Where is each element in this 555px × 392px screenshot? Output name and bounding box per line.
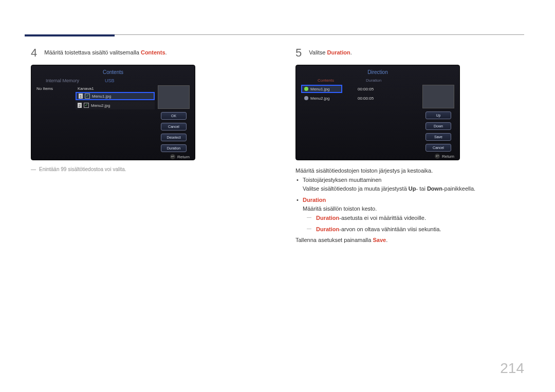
file-index: 2 bbox=[78, 103, 82, 108]
left-list: No Items bbox=[36, 85, 72, 152]
dash-key: Duration bbox=[316, 215, 339, 221]
preview-thumbnail bbox=[422, 85, 454, 108]
file-item-1[interactable]: 1 ✓ Menu1.jpg bbox=[76, 92, 155, 100]
file-name: Menu1.jpg bbox=[92, 94, 111, 99]
tab-contents[interactable]: Contents bbox=[301, 78, 350, 83]
bullet-order: Toistojärjestyksen muuttaminen Valitse s… bbox=[303, 176, 524, 194]
bullet-end: -painikkeella. bbox=[442, 185, 475, 192]
dash-rest: -arvon on oltava vähintään viisi sekunti… bbox=[339, 226, 441, 232]
status-dot-icon bbox=[304, 87, 308, 91]
save-keyword: Save bbox=[373, 237, 386, 243]
step5-text: Valitse Duration. bbox=[309, 47, 352, 55]
device-body: Menu1.jpg 00:00:05 Menu2.jpg 00:00:05 bbox=[301, 85, 454, 152]
dash-note-1: Duration-asetusta ei voi määrittää video… bbox=[316, 214, 524, 223]
tab-usb[interactable]: USB bbox=[105, 78, 115, 83]
step5-para1: Määritä sisältötiedostojen toiston järje… bbox=[295, 166, 524, 176]
file-name: Menu2.jpg bbox=[310, 96, 329, 101]
up-keyword: Up bbox=[409, 185, 416, 192]
step5-column: 5 Valitse Duration. Direction Contents D… bbox=[295, 47, 524, 245]
duration-button[interactable]: Duration bbox=[161, 144, 187, 152]
cancel-button[interactable]: Cancel bbox=[161, 123, 187, 130]
device-title: Contents bbox=[36, 69, 190, 75]
return-icon[interactable]: ↩ bbox=[170, 154, 175, 159]
step5-text-before: Valitse bbox=[309, 49, 327, 55]
up-button[interactable]: Up bbox=[425, 111, 451, 119]
duration-value: 00:00:05 bbox=[342, 96, 374, 101]
bullet-title: Toistojärjestyksen muuttaminen bbox=[303, 177, 381, 183]
step4-number: 4 bbox=[31, 47, 37, 59]
file-list: Kanava1 1 ✓ Menu1.jpg 2 ✓ Menu2.jpg bbox=[76, 85, 155, 152]
file-index: 1 bbox=[79, 94, 83, 99]
step4-text-after: . bbox=[165, 49, 167, 55]
button-column: Up Down Save Cancel bbox=[422, 85, 454, 152]
step4-keyword: Contents bbox=[141, 49, 165, 55]
step5-body: Määritä sisältötiedostojen toiston järje… bbox=[295, 166, 524, 245]
device-screenshot-contents: Contents Internal Memory USB No Items Ka… bbox=[31, 65, 195, 160]
duration-desc: Määritä sisällön toiston kesto. bbox=[303, 206, 377, 212]
return-label[interactable]: Return bbox=[442, 154, 454, 159]
file-item-2[interactable]: 2 ✓ Menu2.jpg bbox=[76, 101, 155, 109]
step4-column: 4 Määritä toistettava sisältö valitsemal… bbox=[31, 47, 260, 245]
down-button[interactable]: Down bbox=[425, 122, 451, 130]
device-tabs: Contents Duration bbox=[301, 78, 454, 83]
device-screenshot-direction: Direction Contents Duration Menu1.jpg 00… bbox=[295, 65, 460, 160]
status-dot-icon bbox=[304, 96, 308, 100]
channel-header: Kanava1 bbox=[76, 85, 155, 92]
duration-list: Menu1.jpg 00:00:05 Menu2.jpg 00:00:05 bbox=[301, 85, 419, 152]
duration-title: Duration bbox=[303, 197, 326, 203]
step4-text-before: Määritä toistettava sisältö valitsemalla bbox=[44, 49, 141, 55]
file-name: Menu1.jpg bbox=[310, 87, 329, 91]
duration-row-2[interactable]: Menu2.jpg 00:00:05 bbox=[301, 94, 419, 102]
deselect-button[interactable]: Deselect bbox=[161, 134, 187, 141]
dash-note-2: Duration-arvon on oltava vähintään viisi… bbox=[316, 225, 524, 234]
device-title: Direction bbox=[301, 69, 454, 75]
bullet-duration: Duration Määritä sisällön toiston kesto.… bbox=[303, 196, 524, 234]
step5-number: 5 bbox=[295, 47, 302, 59]
tab-internal-memory[interactable]: Internal Memory bbox=[46, 78, 79, 83]
button-column: OK Cancel Deselect Duration bbox=[158, 85, 190, 152]
return-row: ↩ Return bbox=[36, 152, 190, 159]
content-columns: 4 Määritä toistettava sisältö valitsemal… bbox=[31, 47, 524, 245]
note-text: Enintään 99 sisältötiedostoa voi valita. bbox=[39, 166, 126, 172]
file-name: Menu2.jpg bbox=[91, 103, 110, 108]
bullet-mid: - tai bbox=[416, 185, 427, 192]
step5-keyword: Duration bbox=[327, 49, 350, 55]
duration-row-1[interactable]: Menu1.jpg 00:00:05 bbox=[301, 85, 419, 93]
header-underline bbox=[25, 34, 115, 36]
tab-duration[interactable]: Duration bbox=[350, 78, 454, 83]
step4-text: Määritä toistettava sisältö valitsemalla… bbox=[44, 47, 166, 55]
return-row: ↩ Return bbox=[301, 152, 454, 159]
page-number: 214 bbox=[500, 360, 524, 377]
return-icon[interactable]: ↩ bbox=[435, 154, 440, 159]
duration-value: 00:00:05 bbox=[342, 87, 374, 91]
device-tabs: Internal Memory USB bbox=[36, 78, 190, 83]
duration-notes: Duration-asetusta ei voi määrittää video… bbox=[303, 214, 524, 234]
bullet-line-a: Valitse sisältötiedosto ja muuta järjest… bbox=[303, 185, 409, 192]
save-button[interactable]: Save bbox=[425, 133, 451, 141]
step4-header: 4 Määritä toistettava sisältö valitsemal… bbox=[31, 47, 260, 59]
step5-header: 5 Valitse Duration. bbox=[295, 47, 524, 59]
dash-icon: ― bbox=[31, 166, 36, 172]
step5-bullets: Toistojärjestyksen muuttaminen Valitse s… bbox=[295, 176, 524, 234]
step4-note: ― Enintään 99 sisältötiedostoa voi valit… bbox=[31, 166, 260, 172]
para2-a: Tallenna asetukset painamalla bbox=[295, 237, 373, 243]
dash-key: Duration bbox=[316, 226, 339, 232]
checkbox-icon[interactable]: ✓ bbox=[84, 103, 89, 108]
ok-button[interactable]: OK bbox=[161, 112, 187, 120]
device-body: No Items Kanava1 1 ✓ Menu1.jpg 2 ✓ Menu2… bbox=[36, 85, 190, 152]
cancel-button[interactable]: Cancel bbox=[425, 144, 451, 152]
dash-rest: -asetusta ei voi määrittää videoille. bbox=[339, 215, 426, 221]
step5-text-after: . bbox=[350, 49, 352, 55]
step5-para2: Tallenna asetukset painamalla Save. bbox=[295, 236, 524, 245]
down-keyword: Down bbox=[427, 185, 442, 192]
no-items-label: No Items bbox=[36, 85, 72, 91]
return-label[interactable]: Return bbox=[177, 155, 190, 159]
preview-thumbnail bbox=[158, 85, 190, 109]
para2-b: . bbox=[386, 237, 387, 243]
checkbox-icon[interactable]: ✓ bbox=[85, 94, 90, 99]
